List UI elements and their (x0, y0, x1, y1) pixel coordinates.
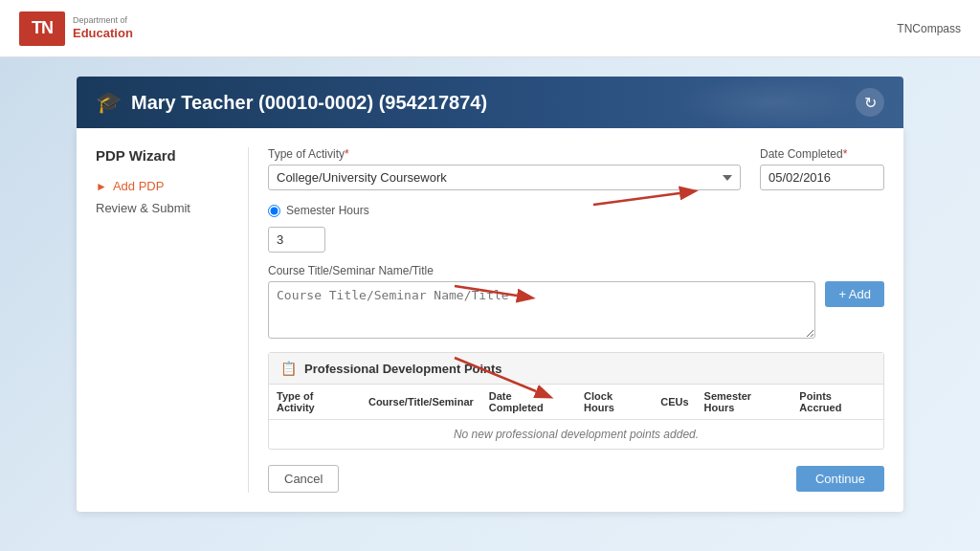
semester-label: Semester Hours (286, 204, 369, 217)
form-row-1: Type of Activity* College/University Cou… (268, 147, 884, 190)
pdp-table: Type of Activity Course/Title/Seminar Da… (269, 385, 883, 449)
semester-group: Semester Hours (268, 204, 884, 217)
tn-initials: TN (32, 18, 53, 38)
col-activity: Type of Activity (269, 385, 361, 420)
pdp-section-title: Professional Development Points (304, 362, 502, 376)
tn-logo: TN (19, 11, 65, 46)
logo-area: TN Department of Education (19, 11, 133, 46)
dept-line: Department of (73, 15, 133, 26)
sidebar: PDP Wizard ► Add PDP Review & Submit (96, 147, 249, 493)
main-content: 🎓 Mary Teacher (00010-0002) (954217874) … (0, 57, 980, 531)
activity-select[interactable]: College/University Coursework Workshop/C… (268, 165, 741, 190)
col-date: Date Completed (481, 385, 576, 420)
sidebar-title: PDP Wizard (96, 147, 234, 164)
col-clock: Clock Hours (576, 385, 653, 420)
add-pdp-label: Add PDP (113, 179, 164, 193)
continue-button[interactable]: Continue (796, 466, 884, 492)
course-label: Course Title/Seminar Name/Title (268, 264, 884, 277)
sidebar-item-add-pdp[interactable]: ► Add PDP (96, 175, 234, 197)
edu-line: Education (73, 26, 133, 41)
empty-row: No new professional development points a… (269, 420, 883, 450)
col-ceus: CEUs (653, 385, 696, 420)
course-textarea[interactable] (268, 281, 815, 339)
activity-label: Type of Activity* (268, 147, 741, 161)
course-group: Course Title/Seminar Name/Title + Add (268, 264, 884, 339)
empty-message: No new professional development points a… (269, 420, 883, 450)
semester-radio[interactable] (268, 205, 280, 217)
col-points: Points Accrued (791, 385, 883, 420)
table-header-row: Type of Activity Course/Title/Seminar Da… (269, 385, 883, 420)
logo-text: Department of Education (73, 15, 133, 40)
teacher-header: 🎓 Mary Teacher (00010-0002) (954217874) … (77, 77, 903, 128)
date-input[interactable] (760, 165, 884, 190)
main-card: PDP Wizard ► Add PDP Review & Submit Typ… (77, 128, 903, 512)
pdp-section-icon: 📋 (280, 361, 297, 376)
teacher-full-name: Mary Teacher (00010-0002) (954217874) (131, 92, 487, 114)
review-submit-label: Review & Submit (96, 201, 190, 215)
footer-row: Cancel Continue (268, 465, 884, 493)
back-button[interactable]: ↻ (856, 88, 884, 117)
course-textarea-row: + Add (268, 281, 884, 339)
date-label: Date Completed* (760, 147, 884, 161)
activity-group: Type of Activity* College/University Cou… (268, 147, 741, 190)
date-group: Date Completed* (760, 147, 884, 190)
cancel-button[interactable]: Cancel (268, 465, 339, 493)
pdp-header: 📋 Professional Development Points (269, 353, 883, 385)
semester-input[interactable] (268, 227, 325, 253)
pdp-section: 📋 Professional Development Points Type o… (268, 352, 884, 450)
top-bar: TN Department of Education TNCompass (0, 0, 980, 57)
sidebar-item-review-submit[interactable]: Review & Submit (96, 197, 234, 219)
form-area: Type of Activity* College/University Cou… (268, 147, 884, 493)
app-name: TNCompass (897, 22, 961, 35)
col-semester: Semester Hours (697, 385, 792, 420)
graduation-icon: 🎓 (96, 90, 122, 115)
add-pdp-arrow-icon: ► (96, 180, 107, 193)
col-course: Course/Title/Seminar (361, 385, 481, 420)
add-button[interactable]: + Add (825, 281, 884, 307)
teacher-name-row: 🎓 Mary Teacher (00010-0002) (954217874) (96, 90, 487, 115)
